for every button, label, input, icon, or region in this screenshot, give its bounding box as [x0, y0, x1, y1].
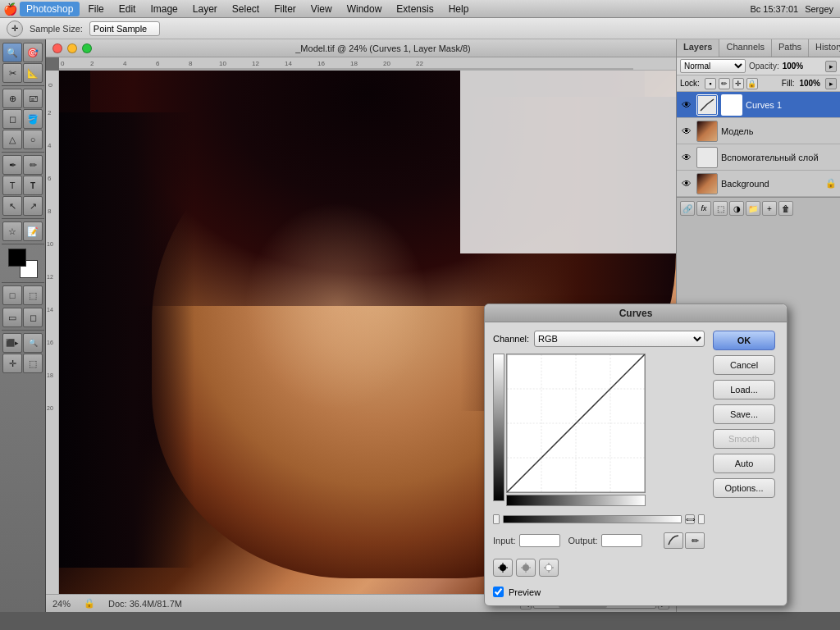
panel-new-layer[interactable]: + [762, 201, 777, 216]
panel-mask[interactable]: ⬚ [713, 201, 728, 216]
menu-help[interactable]: Help [442, 2, 476, 16]
layer-model[interactable]: 👁 Модель [677, 118, 840, 144]
tool-custom-shape[interactable]: ☆ [2, 221, 22, 241]
lock-transparent[interactable]: ▪ [705, 78, 716, 89]
tool-quickmask-on[interactable]: ⬚ [23, 285, 43, 305]
input-field[interactable] [519, 534, 560, 547]
color-picker[interactable] [8, 249, 38, 278]
menu-window[interactable]: Window [340, 2, 389, 16]
tool-eraser[interactable]: ◻ [2, 109, 22, 129]
foreground-color[interactable] [8, 249, 26, 267]
tool-notes[interactable]: 📝 [23, 221, 43, 241]
layer-curves1[interactable]: 👁 Curves 1 [677, 92, 840, 118]
tool-move[interactable]: ✛ [2, 354, 22, 373]
output-field[interactable] [601, 534, 642, 547]
menu-layer[interactable]: Layer [186, 2, 224, 16]
eyedropper-white[interactable] [539, 559, 559, 577]
options-button[interactable]: Options... [713, 478, 775, 498]
lock-move[interactable]: ✛ [733, 78, 744, 89]
window-maximize[interactable] [82, 43, 92, 53]
tab-channels[interactable]: Channels [719, 39, 771, 57]
tool-marquee[interactable]: ⬚ [23, 354, 43, 373]
tool-heal[interactable]: ⊕ [2, 89, 22, 108]
save-button[interactable]: Save... [713, 404, 775, 424]
lock-image[interactable]: ✏ [719, 78, 730, 89]
layer-vis-model[interactable]: 👁 [680, 125, 693, 138]
tool-dodge[interactable]: ○ [23, 130, 43, 149]
slider-left-thumb[interactable] [493, 514, 500, 524]
smooth-button[interactable]: Smooth [713, 429, 775, 449]
preview-checkbox[interactable] [493, 587, 504, 597]
eyedropper-gray[interactable] [516, 559, 536, 577]
curves-graph[interactable] [506, 354, 646, 493]
tool-quickmask-off[interactable]: □ [2, 285, 22, 305]
panel-delete[interactable]: 🗑 [778, 201, 793, 216]
tool-slice[interactable]: ✂ [2, 63, 22, 83]
tool-text-v[interactable]: T [23, 176, 43, 195]
menu-view[interactable]: View [304, 2, 339, 16]
curve-smooth-btn[interactable] [664, 532, 683, 549]
lock-all[interactable]: 🔒 [746, 78, 758, 89]
tool-imageedit[interactable]: ⬛▸ [2, 333, 22, 353]
cancel-button[interactable]: Cancel [713, 355, 775, 375]
ok-button[interactable]: OK [713, 331, 775, 350]
panel-adjustment[interactable]: ◑ [729, 201, 744, 216]
menu-file[interactable]: File [81, 2, 110, 16]
tool-pen[interactable]: ✒ [2, 155, 22, 175]
panel-folder[interactable]: 📁 [746, 201, 760, 216]
tool-eyedropper[interactable]: 🔍 [2, 43, 22, 62]
menu-filter[interactable]: Filter [267, 2, 303, 16]
layer-vis-helper[interactable]: 👁 [680, 151, 693, 164]
layer-vis-background[interactable]: 👁 [680, 177, 693, 190]
tool-screen-std[interactable]: ▭ [2, 308, 22, 327]
tool-paintbucket[interactable]: 🪣 [23, 109, 43, 129]
curve-pencil-btn[interactable]: ✏ [685, 532, 705, 549]
preview-row: Preview [493, 587, 705, 597]
panel-link[interactable]: 🔗 [680, 201, 695, 216]
tool-stamp[interactable]: 🖃 [23, 89, 43, 108]
curves-input-slider[interactable]: ⟺ [493, 513, 705, 526]
sample-size-select[interactable]: Point Sample [89, 21, 160, 36]
menu-extensis[interactable]: Extensis [390, 2, 440, 16]
channel-select[interactable]: RGB Red Green Blue [534, 331, 705, 347]
layer-vis-curves1[interactable]: 👁 [680, 98, 693, 112]
panel-right-btn[interactable]: ▸ [825, 61, 837, 72]
tab-history[interactable]: History [809, 39, 840, 57]
tool-freeform[interactable]: ✏ [23, 155, 43, 175]
menu-image[interactable]: Image [144, 2, 184, 16]
tool-zoom-out[interactable]: 🔍 [23, 333, 43, 353]
tool-sliceselect[interactable]: 📐 [23, 63, 43, 83]
svg-text:14: 14 [47, 307, 53, 313]
slider-bar[interactable] [503, 515, 682, 523]
menubar: 🍎 Photoshop File Edit Image Layer Select… [0, 0, 840, 18]
tab-layers[interactable]: Layers [677, 39, 719, 57]
svg-text:10: 10 [219, 60, 226, 67]
opacity-value: 100% [783, 62, 804, 71]
auto-button[interactable]: Auto [713, 454, 775, 473]
apple-menu[interactable]: 🍎 [0, 2, 20, 16]
tool-colorsampler[interactable]: 🎯 [23, 43, 43, 62]
load-button[interactable]: Load... [713, 380, 775, 399]
tool-text[interactable]: T [2, 176, 22, 195]
layer-helper[interactable]: 👁 Вспомогательный слой [677, 144, 840, 171]
slider-arrow[interactable]: ⟺ [685, 514, 695, 524]
blend-mode-select[interactable]: Normal [680, 59, 746, 73]
window-close[interactable] [52, 43, 62, 53]
tool-directsel[interactable]: ↖ [2, 196, 22, 216]
sample-size-label: Sample Size: [30, 24, 83, 34]
window-minimize[interactable] [67, 43, 77, 53]
tab-paths[interactable]: Paths [772, 39, 809, 57]
menu-select[interactable]: Select [226, 2, 266, 16]
layer-background[interactable]: 👁 Background 🔒 [677, 171, 840, 197]
panel-options-row: Normal Opacity: 100% ▸ [677, 57, 840, 75]
menu-edit[interactable]: Edit [112, 2, 143, 16]
tool-blur[interactable]: △ [2, 130, 22, 149]
menu-photoshop[interactable]: Photoshop [20, 2, 80, 16]
tool-pathcomp[interactable]: ↗ [23, 196, 43, 216]
eyedropper-black[interactable] [493, 559, 513, 577]
panel-fx[interactable]: fx [696, 201, 711, 216]
tool-screen-full[interactable]: ◻ [23, 308, 43, 327]
slider-right-thumb[interactable] [698, 514, 705, 524]
canvas-ruler-v: 0 2 4 6 8 10 12 14 16 18 20 [46, 71, 59, 594]
fill-arrow[interactable]: ▸ [825, 78, 837, 89]
